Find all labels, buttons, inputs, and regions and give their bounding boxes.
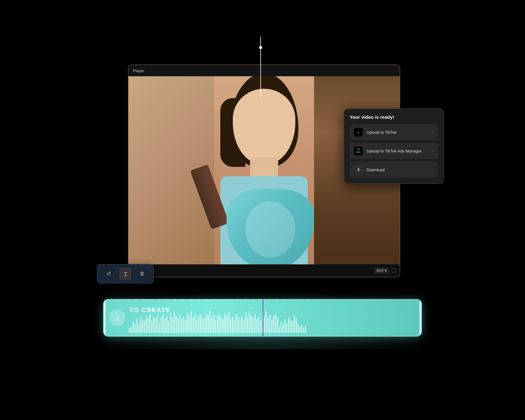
waveform-bar <box>268 318 269 333</box>
waveform-bar <box>221 317 222 333</box>
waveform-bar <box>249 311 250 333</box>
waveform-bar <box>305 326 306 333</box>
fullscreen-button[interactable]: ⛶ <box>392 268 396 273</box>
waveform-bar <box>191 311 192 333</box>
waveform-bar <box>192 318 194 333</box>
waveform-bar <box>258 317 259 333</box>
delete-button[interactable]: 🗑 <box>137 268 148 279</box>
waveform-bar <box>200 314 201 333</box>
waveform-bar <box>279 327 280 333</box>
player-titlebar: Player <box>128 65 400 76</box>
player-title: Player <box>133 68 144 73</box>
playhead <box>260 37 261 98</box>
waveform-bar <box>251 316 252 333</box>
waveform-bar <box>301 325 302 333</box>
waveform-bar <box>222 319 224 333</box>
waveform-bar <box>174 311 175 333</box>
waveform-bar <box>157 315 158 333</box>
waveform-bar <box>296 318 297 333</box>
timeline-handle-left[interactable] <box>104 300 106 336</box>
chevron-right-icon: › <box>432 130 433 135</box>
waveform-bar <box>286 323 288 333</box>
waveform-bar <box>282 324 284 333</box>
waveform-bar <box>275 314 276 333</box>
waveform-bar <box>162 314 164 333</box>
waveform-bar <box>226 316 228 333</box>
download-label: Download <box>367 168 385 172</box>
waveform-bar <box>224 313 226 333</box>
timeline-strip[interactable]: ♪ TO CREATE <box>103 299 422 337</box>
waveform-bar <box>176 316 177 333</box>
waveform-bar <box>146 316 147 333</box>
waveform-bar <box>211 318 212 333</box>
option-left-tiktok: ♪ Upload to TikTok <box>354 128 397 137</box>
waveform-bar <box>269 315 271 333</box>
waveform-bar <box>209 311 211 333</box>
waveform-bar <box>256 319 258 333</box>
waveform-bar <box>172 317 173 333</box>
waveform-bar <box>230 319 231 333</box>
tiktok-ads-icon: TTAds <box>354 147 363 155</box>
waveform-bar <box>215 320 216 333</box>
waveform-bar <box>202 317 203 333</box>
option-left-tiktok-ads: TTAds Upload to TikTok Ads Manager <box>354 147 422 155</box>
waveform-bar <box>217 316 218 333</box>
download-option[interactable]: ⬇ Download <box>350 162 438 178</box>
track-icon: ♪ <box>109 309 126 326</box>
waveform-bar <box>208 316 209 333</box>
waveform-bar <box>148 318 149 333</box>
timeline-handle-right[interactable] <box>419 300 421 336</box>
waveform-bar <box>153 317 154 333</box>
guitar <box>208 164 320 264</box>
waveform-bar <box>178 318 179 333</box>
waveform-bar <box>228 312 229 333</box>
music-icon: ♪ <box>115 313 119 323</box>
split-button[interactable]: ⌶ <box>120 268 131 279</box>
waveform-bar <box>271 320 272 333</box>
waveform-bar <box>181 319 182 333</box>
aspect-ratio-label: 16:9 <box>376 268 383 273</box>
upload-tiktok-ads-label: Upload to TikTok Ads Manager <box>367 149 422 153</box>
waveform-bar <box>247 317 248 333</box>
undo-button[interactable]: ↺ <box>103 268 114 279</box>
waveform-bar <box>194 315 196 333</box>
waveform-bar <box>198 316 199 333</box>
upload-tiktok-ads-option[interactable]: TTAds Upload to TikTok Ads Manager › <box>350 143 438 159</box>
split-handle-bottom <box>261 335 264 337</box>
waveform-bar <box>179 314 181 333</box>
waveform-bar <box>252 318 254 333</box>
waveform-bar <box>277 317 278 333</box>
waveform-bar <box>129 328 130 333</box>
waveform-bar <box>236 314 237 333</box>
waveform-bar <box>136 319 138 333</box>
waveform-bar <box>241 316 242 333</box>
waveform-bar <box>161 318 162 333</box>
waveform-bar <box>239 319 241 333</box>
waveform-bar <box>134 324 136 333</box>
waveform-bar <box>140 317 141 333</box>
waveform-bar <box>196 320 198 333</box>
waveform-bar <box>232 317 233 333</box>
split-indicator <box>262 300 263 336</box>
waveform-bar <box>187 312 188 333</box>
waveform-bar <box>238 317 239 333</box>
waveform-bar <box>168 320 169 333</box>
waveform-bar <box>138 323 139 333</box>
video-ready-card: Your video is ready! ♪ Upload to TikTok … <box>344 108 444 184</box>
waveform <box>129 311 416 333</box>
ready-card-title: Your video is ready! <box>350 114 438 120</box>
waveform-bar <box>132 322 134 333</box>
split-icon: ⌶ <box>124 271 127 277</box>
waveform-bar <box>149 313 151 333</box>
waveform-bar <box>164 319 166 333</box>
waveform-bar <box>292 321 293 333</box>
waveform-bar <box>303 327 304 333</box>
aspect-ratio-button[interactable]: 16:9 ▾ <box>374 268 389 274</box>
waveform-bar <box>131 327 132 333</box>
waveform-bar <box>185 320 186 333</box>
scene: Player <box>91 46 434 374</box>
waveform-bar <box>254 314 256 333</box>
upload-tiktok-option[interactable]: ♪ Upload to TikTok › <box>350 124 438 140</box>
waveform-bar <box>183 317 184 333</box>
waveform-bar <box>281 322 282 333</box>
